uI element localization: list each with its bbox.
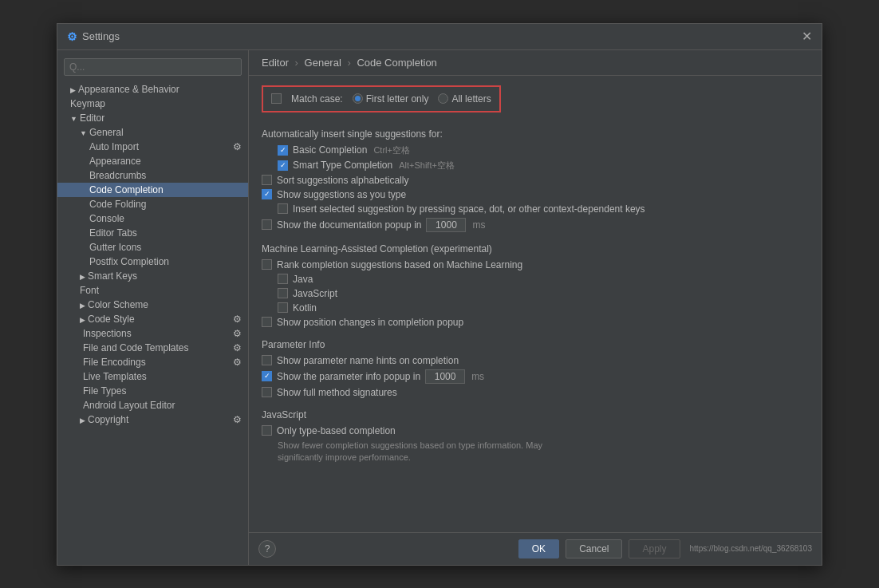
sidebar-item-live-templates[interactable]: Live Templates xyxy=(57,369,248,384)
type-based-checkbox[interactable] xyxy=(262,425,272,436)
gear-icon: ⚙ xyxy=(233,141,242,152)
java-label: Java xyxy=(293,274,313,285)
sidebar-item-appearance-behavior[interactable]: ▶Appearance & Behavior xyxy=(57,82,248,97)
insert-selected-checkbox[interactable] xyxy=(278,203,288,214)
show-param-popup-checkbox[interactable] xyxy=(262,371,272,381)
sidebar-item-keymap[interactable]: Keymap xyxy=(57,97,248,111)
sidebar-item-postfix-completion[interactable]: Postfix Completion xyxy=(57,255,248,269)
url-watermark: https://blog.csdn.net/qq_36268103 xyxy=(690,544,812,553)
title-bar: ⚙ Settings ✕ xyxy=(57,24,822,50)
arrow-icon: ▶ xyxy=(80,273,85,281)
help-button[interactable]: ? xyxy=(258,540,276,558)
gear-icon: ⚙ xyxy=(233,328,242,339)
show-doc-popup-row: Show the documentation popup in ms xyxy=(262,218,809,232)
sidebar-item-editor-tabs[interactable]: Editor Tabs xyxy=(57,226,248,240)
show-param-hints-row: Show parameter name hints on completion xyxy=(262,355,809,366)
basic-completion-checkbox[interactable] xyxy=(278,145,288,156)
sidebar-item-general[interactable]: ▼General xyxy=(57,125,248,140)
gear-icon: ⚙ xyxy=(233,414,242,425)
gear-icon: ⚙ xyxy=(233,342,242,353)
match-case-box: Match case: First letter only All letter… xyxy=(262,85,501,112)
sidebar-item-code-style[interactable]: ▶Code Style ⚙ xyxy=(57,312,248,326)
basic-completion-label: Basic Completion xyxy=(293,144,367,156)
type-based-label: Only type-based completion xyxy=(277,425,396,436)
ml-section-title: Machine Learning-Assisted Completion (ex… xyxy=(262,243,809,255)
show-doc-popup-checkbox[interactable] xyxy=(262,219,272,230)
insert-selected-label: Insert selected suggestion by pressing s… xyxy=(293,203,645,215)
smart-type-checkbox[interactable] xyxy=(278,160,288,171)
sidebar-item-console[interactable]: Console xyxy=(57,211,248,226)
arrow-icon: ▶ xyxy=(80,316,85,324)
sep-icon: › xyxy=(295,57,298,69)
app-icon: ⚙ xyxy=(67,30,77,43)
smart-type-shortcut: Alt+Shift+空格 xyxy=(399,160,455,172)
gear-icon: ⚙ xyxy=(233,314,242,325)
sidebar-item-color-scheme[interactable]: ▶Color Scheme xyxy=(57,298,248,312)
sidebar-item-editor[interactable]: ▼Editor xyxy=(57,111,248,125)
show-full-sig-row: Show full method signatures xyxy=(262,387,809,398)
sidebar-item-font[interactable]: Font xyxy=(57,283,248,298)
show-as-type-label: Show suggestions as you type xyxy=(277,189,406,200)
show-param-popup-input[interactable] xyxy=(425,369,465,384)
sidebar-item-android-layout-editor[interactable]: Android Layout Editor xyxy=(57,398,248,412)
kotlin-checkbox[interactable] xyxy=(278,302,288,313)
sidebar-item-code-completion[interactable]: Code Completion xyxy=(57,183,248,197)
javascript-checkbox[interactable] xyxy=(278,288,288,298)
kotlin-label: Kotlin xyxy=(293,302,317,314)
show-full-sig-checkbox[interactable] xyxy=(262,387,272,397)
insert-selected-row: Insert selected suggestion by pressing s… xyxy=(278,203,809,215)
ok-button[interactable]: OK xyxy=(518,539,559,558)
sidebar-item-smart-keys[interactable]: ▶Smart Keys xyxy=(57,269,248,283)
javascript-row: JavaScript xyxy=(278,288,809,299)
sidebar-item-file-encodings[interactable]: File Encodings ⚙ xyxy=(57,355,248,369)
arrow-icon: ▶ xyxy=(80,302,85,310)
cancel-button[interactable]: Cancel xyxy=(566,539,622,558)
sidebar-item-file-types[interactable]: File Types xyxy=(57,384,248,398)
show-param-hints-checkbox[interactable] xyxy=(262,355,272,365)
show-full-sig-label: Show full method signatures xyxy=(277,387,397,398)
sidebar-item-inspections[interactable]: Inspections ⚙ xyxy=(57,326,248,341)
show-param-hints-label: Show parameter name hints on completion xyxy=(277,355,459,366)
arrow-icon: ▼ xyxy=(70,115,77,123)
sidebar-item-breadcrumbs[interactable]: Breadcrumbs xyxy=(57,168,248,183)
show-as-type-checkbox[interactable] xyxy=(262,189,272,199)
show-param-popup-unit: ms xyxy=(471,371,484,382)
sidebar-item-appearance[interactable]: Appearance xyxy=(57,154,248,168)
basic-completion-row: Basic Completion Ctrl+空格 xyxy=(278,144,809,156)
show-doc-popup-label: Show the documentation popup in xyxy=(277,219,421,231)
close-button[interactable]: ✕ xyxy=(802,30,812,43)
all-letters-label: All letters xyxy=(451,93,491,105)
arrow-icon: ▶ xyxy=(80,416,85,424)
show-position-checkbox[interactable] xyxy=(262,317,272,327)
breadcrumb: Editor › General › Code Completion xyxy=(249,50,822,76)
dialog-footer: ? OK Cancel Apply https://blog.csdn.net/… xyxy=(249,532,822,565)
show-doc-popup-unit: ms xyxy=(472,219,485,231)
java-checkbox[interactable] xyxy=(278,274,288,284)
sidebar-item-file-code-templates[interactable]: File and Code Templates ⚙ xyxy=(57,341,248,355)
sort-alpha-row: Sort suggestions alphabetically xyxy=(262,175,809,186)
sidebar-item-gutter-icons[interactable]: Gutter Icons xyxy=(57,240,248,255)
sidebar-item-code-folding[interactable]: Code Folding xyxy=(57,197,248,211)
all-letters-radio[interactable] xyxy=(438,93,448,104)
show-doc-popup-input[interactable] xyxy=(426,218,466,232)
param-info-section-title: Parameter Info xyxy=(262,339,809,350)
sort-alpha-checkbox[interactable] xyxy=(262,175,272,185)
sidebar-item-copyright[interactable]: ▶Copyright ⚙ xyxy=(57,412,248,427)
first-letter-radio[interactable] xyxy=(353,93,363,104)
sidebar: ▶Appearance & Behavior Keymap ▼Editor ▼G… xyxy=(57,50,249,565)
sort-alpha-label: Sort suggestions alphabetically xyxy=(277,175,408,186)
sep-icon: › xyxy=(347,57,350,69)
rank-ml-checkbox[interactable] xyxy=(262,259,272,270)
main-content: Editor › General › Code Completion Match… xyxy=(249,50,822,565)
rank-ml-label: Rank completion suggestions based on Mac… xyxy=(277,259,522,270)
search-input[interactable] xyxy=(64,58,242,76)
smart-type-row: Smart Type Completion Alt+Shift+空格 xyxy=(278,160,809,172)
apply-button[interactable]: Apply xyxy=(629,539,680,558)
arrow-icon: ▼ xyxy=(80,129,87,137)
match-case-checkbox[interactable] xyxy=(271,93,282,104)
match-case-label: Match case: xyxy=(291,93,343,105)
sidebar-item-auto-import[interactable]: Auto Import ⚙ xyxy=(57,140,248,154)
smart-type-label: Smart Type Completion xyxy=(293,160,392,171)
java-row: Java xyxy=(278,274,809,285)
rank-ml-row: Rank completion suggestions based on Mac… xyxy=(262,259,809,270)
